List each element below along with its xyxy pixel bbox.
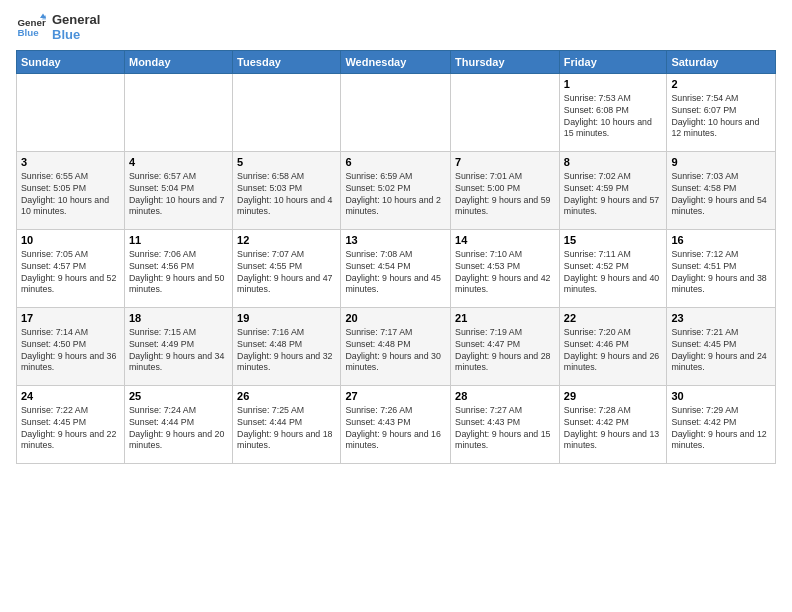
week-row-3: 10Sunrise: 7:05 AMSunset: 4:57 PMDayligh… xyxy=(17,230,776,308)
day-info: Sunrise: 7:03 AMSunset: 4:58 PMDaylight:… xyxy=(671,171,771,219)
logo-icon: General Blue xyxy=(16,12,46,42)
day-info: Sunrise: 7:17 AMSunset: 4:48 PMDaylight:… xyxy=(345,327,446,375)
day-info: Sunrise: 7:21 AMSunset: 4:45 PMDaylight:… xyxy=(671,327,771,375)
day-info: Sunrise: 7:26 AMSunset: 4:43 PMDaylight:… xyxy=(345,405,446,453)
day-info: Sunrise: 7:15 AMSunset: 4:49 PMDaylight:… xyxy=(129,327,228,375)
day-cell: 26Sunrise: 7:25 AMSunset: 4:44 PMDayligh… xyxy=(233,386,341,464)
day-info: Sunrise: 7:19 AMSunset: 4:47 PMDaylight:… xyxy=(455,327,555,375)
day-info: Sunrise: 7:22 AMSunset: 4:45 PMDaylight:… xyxy=(21,405,120,453)
day-cell xyxy=(233,74,341,152)
header-day-wednesday: Wednesday xyxy=(341,51,451,74)
logo-general: General xyxy=(52,12,100,27)
day-cell: 29Sunrise: 7:28 AMSunset: 4:42 PMDayligh… xyxy=(559,386,667,464)
day-cell: 11Sunrise: 7:06 AMSunset: 4:56 PMDayligh… xyxy=(124,230,232,308)
day-number: 20 xyxy=(345,311,446,326)
day-number: 14 xyxy=(455,233,555,248)
day-number: 17 xyxy=(21,311,120,326)
day-number: 6 xyxy=(345,155,446,170)
day-cell: 3Sunrise: 6:55 AMSunset: 5:05 PMDaylight… xyxy=(17,152,125,230)
day-number: 23 xyxy=(671,311,771,326)
svg-text:General: General xyxy=(18,17,47,28)
day-cell: 14Sunrise: 7:10 AMSunset: 4:53 PMDayligh… xyxy=(451,230,560,308)
day-cell: 9Sunrise: 7:03 AMSunset: 4:58 PMDaylight… xyxy=(667,152,776,230)
day-info: Sunrise: 7:20 AMSunset: 4:46 PMDaylight:… xyxy=(564,327,663,375)
day-info: Sunrise: 7:02 AMSunset: 4:59 PMDaylight:… xyxy=(564,171,663,219)
header-day-thursday: Thursday xyxy=(451,51,560,74)
day-number: 15 xyxy=(564,233,663,248)
day-info: Sunrise: 7:25 AMSunset: 4:44 PMDaylight:… xyxy=(237,405,336,453)
day-info: Sunrise: 7:27 AMSunset: 4:43 PMDaylight:… xyxy=(455,405,555,453)
day-number: 3 xyxy=(21,155,120,170)
day-number: 16 xyxy=(671,233,771,248)
day-cell xyxy=(451,74,560,152)
day-number: 19 xyxy=(237,311,336,326)
day-number: 12 xyxy=(237,233,336,248)
day-info: Sunrise: 7:07 AMSunset: 4:55 PMDaylight:… xyxy=(237,249,336,297)
day-info: Sunrise: 7:29 AMSunset: 4:42 PMDaylight:… xyxy=(671,405,771,453)
day-cell: 13Sunrise: 7:08 AMSunset: 4:54 PMDayligh… xyxy=(341,230,451,308)
svg-text:Blue: Blue xyxy=(18,27,40,38)
day-info: Sunrise: 7:14 AMSunset: 4:50 PMDaylight:… xyxy=(21,327,120,375)
day-cell: 6Sunrise: 6:59 AMSunset: 5:02 PMDaylight… xyxy=(341,152,451,230)
day-number: 30 xyxy=(671,389,771,404)
day-cell: 27Sunrise: 7:26 AMSunset: 4:43 PMDayligh… xyxy=(341,386,451,464)
day-number: 1 xyxy=(564,77,663,92)
day-cell: 1Sunrise: 7:53 AMSunset: 6:08 PMDaylight… xyxy=(559,74,667,152)
day-info: Sunrise: 7:28 AMSunset: 4:42 PMDaylight:… xyxy=(564,405,663,453)
day-info: Sunrise: 7:10 AMSunset: 4:53 PMDaylight:… xyxy=(455,249,555,297)
day-cell: 23Sunrise: 7:21 AMSunset: 4:45 PMDayligh… xyxy=(667,308,776,386)
day-info: Sunrise: 7:01 AMSunset: 5:00 PMDaylight:… xyxy=(455,171,555,219)
logo-blue: Blue xyxy=(52,27,100,42)
header: General Blue General Blue xyxy=(16,12,776,42)
day-cell xyxy=(341,74,451,152)
day-info: Sunrise: 6:59 AMSunset: 5:02 PMDaylight:… xyxy=(345,171,446,219)
day-cell: 5Sunrise: 6:58 AMSunset: 5:03 PMDaylight… xyxy=(233,152,341,230)
day-number: 9 xyxy=(671,155,771,170)
day-cell: 16Sunrise: 7:12 AMSunset: 4:51 PMDayligh… xyxy=(667,230,776,308)
day-cell xyxy=(17,74,125,152)
day-info: Sunrise: 7:05 AMSunset: 4:57 PMDaylight:… xyxy=(21,249,120,297)
day-cell: 4Sunrise: 6:57 AMSunset: 5:04 PMDaylight… xyxy=(124,152,232,230)
day-info: Sunrise: 6:55 AMSunset: 5:05 PMDaylight:… xyxy=(21,171,120,219)
day-number: 10 xyxy=(21,233,120,248)
day-number: 26 xyxy=(237,389,336,404)
day-number: 21 xyxy=(455,311,555,326)
day-cell: 17Sunrise: 7:14 AMSunset: 4:50 PMDayligh… xyxy=(17,308,125,386)
week-row-4: 17Sunrise: 7:14 AMSunset: 4:50 PMDayligh… xyxy=(17,308,776,386)
day-info: Sunrise: 7:24 AMSunset: 4:44 PMDaylight:… xyxy=(129,405,228,453)
day-info: Sunrise: 7:12 AMSunset: 4:51 PMDaylight:… xyxy=(671,249,771,297)
day-number: 8 xyxy=(564,155,663,170)
day-number: 24 xyxy=(21,389,120,404)
day-info: Sunrise: 7:16 AMSunset: 4:48 PMDaylight:… xyxy=(237,327,336,375)
day-cell: 8Sunrise: 7:02 AMSunset: 4:59 PMDaylight… xyxy=(559,152,667,230)
day-number: 11 xyxy=(129,233,228,248)
day-cell: 28Sunrise: 7:27 AMSunset: 4:43 PMDayligh… xyxy=(451,386,560,464)
day-cell: 15Sunrise: 7:11 AMSunset: 4:52 PMDayligh… xyxy=(559,230,667,308)
day-info: Sunrise: 6:58 AMSunset: 5:03 PMDaylight:… xyxy=(237,171,336,219)
day-number: 18 xyxy=(129,311,228,326)
day-cell: 18Sunrise: 7:15 AMSunset: 4:49 PMDayligh… xyxy=(124,308,232,386)
day-number: 22 xyxy=(564,311,663,326)
day-number: 27 xyxy=(345,389,446,404)
day-cell: 22Sunrise: 7:20 AMSunset: 4:46 PMDayligh… xyxy=(559,308,667,386)
day-info: Sunrise: 7:08 AMSunset: 4:54 PMDaylight:… xyxy=(345,249,446,297)
day-info: Sunrise: 7:11 AMSunset: 4:52 PMDaylight:… xyxy=(564,249,663,297)
day-cell: 20Sunrise: 7:17 AMSunset: 4:48 PMDayligh… xyxy=(341,308,451,386)
week-row-1: 1Sunrise: 7:53 AMSunset: 6:08 PMDaylight… xyxy=(17,74,776,152)
day-cell: 21Sunrise: 7:19 AMSunset: 4:47 PMDayligh… xyxy=(451,308,560,386)
day-number: 5 xyxy=(237,155,336,170)
day-cell: 19Sunrise: 7:16 AMSunset: 4:48 PMDayligh… xyxy=(233,308,341,386)
header-day-friday: Friday xyxy=(559,51,667,74)
day-cell: 12Sunrise: 7:07 AMSunset: 4:55 PMDayligh… xyxy=(233,230,341,308)
day-info: Sunrise: 7:54 AMSunset: 6:07 PMDaylight:… xyxy=(671,93,771,141)
day-cell xyxy=(124,74,232,152)
header-day-monday: Monday xyxy=(124,51,232,74)
week-row-2: 3Sunrise: 6:55 AMSunset: 5:05 PMDaylight… xyxy=(17,152,776,230)
day-cell: 30Sunrise: 7:29 AMSunset: 4:42 PMDayligh… xyxy=(667,386,776,464)
day-cell: 24Sunrise: 7:22 AMSunset: 4:45 PMDayligh… xyxy=(17,386,125,464)
day-number: 25 xyxy=(129,389,228,404)
header-day-sunday: Sunday xyxy=(17,51,125,74)
header-row: SundayMondayTuesdayWednesdayThursdayFrid… xyxy=(17,51,776,74)
day-number: 7 xyxy=(455,155,555,170)
day-cell: 2Sunrise: 7:54 AMSunset: 6:07 PMDaylight… xyxy=(667,74,776,152)
